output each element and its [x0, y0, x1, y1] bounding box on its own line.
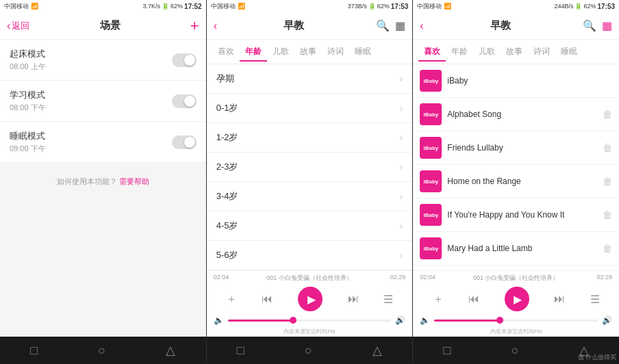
song-item-twinkle[interactable]: iBaby Twinkle Twinkle Little Star 🗑 [413, 265, 619, 270]
screen-title-2: 早教 [217, 19, 370, 32]
back-nav-button-1[interactable]: ○ [84, 338, 119, 363]
list-item[interactable]: 睡眠模式 09:00 下午 [0, 122, 206, 163]
player-bar-2: 02:04 001 小白兔受骗（社会性培养） 02:29 ＋ ⏮ ▶ ⏭ ☰ 🔈 [207, 270, 413, 337]
player-time-left-2: 02:04 [214, 274, 229, 283]
carrier-3: 中国移动 [417, 2, 442, 11]
age-label: 5-6岁 [216, 249, 238, 261]
back-nav-button-2[interactable]: ○ [291, 338, 326, 363]
volume-dot-2[interactable] [290, 317, 296, 324]
tab-sleep-3[interactable]: 睡眠 [555, 42, 583, 62]
recent-nav-button-1[interactable]: △ [152, 337, 189, 363]
song-item-home[interactable]: iBaby Home on the Range 🗑 [413, 165, 619, 198]
player-time-right-3: 02:29 [596, 274, 612, 283]
status-bar-3: 中国移动 📶 244B/s 🔋 62% 17:53 [413, 0, 619, 12]
tab-age-2[interactable]: 年龄 [240, 42, 267, 62]
add-to-list-button-3[interactable]: ＋ [433, 292, 444, 307]
tab-poetry-3[interactable]: 诗词 [528, 42, 555, 62]
search-icon-3[interactable]: 🔍 [583, 19, 596, 32]
volume-track-2[interactable] [228, 320, 392, 322]
category-tabs-3: 喜欢 年龄 儿歌 故事 诗词 睡眠 [413, 40, 619, 64]
grid-icon-3[interactable]: ▦ [602, 19, 612, 32]
item-title: 睡眠模式 [10, 130, 46, 142]
help-link[interactable]: 需要帮助 [119, 177, 149, 185]
song-thumbnail: iBaby [420, 137, 442, 159]
watermark: 值 什么值得买 [578, 353, 617, 362]
back-nav-button-3[interactable]: ○ [498, 338, 533, 363]
delete-icon[interactable]: 🗑 [603, 243, 612, 254]
song-item-alphabet[interactable]: iBaby Alphabet Song 🗑 [413, 98, 619, 131]
play-button-2[interactable]: ▶ [298, 287, 323, 311]
volume-low-icon-2: 🔈 [214, 315, 224, 325]
age-item-1-2[interactable]: 1-2岁 › [207, 123, 413, 153]
battery-icon-2: 🔋 [368, 3, 376, 10]
list-item[interactable]: 起床模式 08:00 上午 [0, 40, 206, 81]
volume-low-icon-3: 🔈 [420, 315, 430, 325]
age-item-0-1[interactable]: 0-1岁 › [207, 94, 413, 123]
age-item-5-6[interactable]: 5-6岁 › [207, 241, 413, 270]
toggle-switch-study[interactable] [172, 94, 197, 108]
age-label: 4-5岁 [216, 220, 238, 232]
playlist-button-3[interactable]: ☰ [590, 293, 600, 306]
age-label: 1-2岁 [216, 131, 238, 144]
delete-icon[interactable]: 🗑 [603, 142, 612, 153]
prev-button-3[interactable]: ⏮ [468, 293, 479, 305]
next-button-2[interactable]: ⏭ [348, 293, 359, 305]
delete-icon[interactable]: 🗑 [603, 209, 612, 220]
prev-button-2[interactable]: ⏮ [262, 293, 273, 305]
tab-stories-3[interactable]: 故事 [501, 42, 528, 62]
volume-track-3[interactable] [434, 320, 598, 322]
tab-sleep-2[interactable]: 睡眠 [349, 42, 377, 62]
delete-icon[interactable]: 🗑 [603, 176, 612, 187]
recent-nav-button-2[interactable]: △ [359, 337, 396, 363]
chevron-icon: › [400, 103, 403, 114]
search-icon[interactable]: 🔍 [376, 19, 390, 32]
age-item-4-5[interactable]: 4-5岁 › [207, 211, 413, 241]
help-text: 如何使用本功能？ 需要帮助 [0, 163, 206, 200]
volume-high-icon-2: 🔊 [395, 315, 405, 325]
carrier-1: 中国移动 [4, 2, 29, 11]
toggle-switch-sleep[interactable] [172, 135, 197, 149]
home-nav-button-2[interactable]: □ [223, 338, 258, 363]
network-speed-1: 3.7K/s [143, 3, 161, 10]
tab-poetry-2[interactable]: 诗词 [322, 42, 349, 62]
add-to-list-button[interactable]: ＋ [226, 292, 237, 307]
home-nav-button-3[interactable]: □ [429, 338, 464, 363]
tab-like-3[interactable]: 喜欢 [418, 42, 446, 62]
chevron-icon: › [400, 132, 403, 143]
age-item-3-4[interactable]: 3-4岁 › [207, 182, 413, 211]
signal-icon-2: 📶 [238, 3, 245, 10]
tab-songs-2[interactable]: 儿歌 [267, 42, 294, 62]
song-item-ibaby[interactable]: iBaby iBaby [413, 64, 619, 98]
tab-stories-2[interactable]: 故事 [294, 42, 322, 62]
song-item-mary[interactable]: iBaby Mary Had a Little Lamb 🗑 [413, 232, 619, 265]
chevron-icon: › [400, 250, 403, 261]
back-button-1[interactable]: ‹ 返回 [7, 20, 29, 32]
playlist-button-2[interactable]: ☰ [383, 293, 393, 306]
list-item[interactable]: 学习模式 08:00 下午 [0, 81, 206, 122]
volume-dot-3[interactable] [496, 317, 503, 324]
category-tabs-2: 喜欢 年龄 儿歌 故事 诗词 睡眠 [207, 40, 413, 64]
battery-icon-3: 🔋 [574, 3, 582, 10]
song-item-happy[interactable]: iBaby If You're Happy and You Know It 🗑 [413, 198, 619, 232]
age-item-2-3[interactable]: 2-3岁 › [207, 153, 413, 182]
age-label: 孕期 [216, 73, 234, 85]
chevron-icon: › [400, 191, 403, 202]
song-title: Alphabet Song [447, 109, 597, 119]
grid-icon[interactable]: ▦ [395, 19, 405, 32]
song-title: iBaby [447, 76, 612, 86]
add-button-1[interactable]: + [190, 17, 199, 35]
delete-icon[interactable]: 🗑 [603, 109, 612, 120]
age-item-pregnancy[interactable]: 孕期 › [207, 64, 413, 94]
volume-fill-2 [228, 320, 293, 322]
toggle-switch-wakeup[interactable] [172, 53, 197, 67]
signal-icon-3: 📶 [444, 3, 451, 10]
volume-high-icon-3: 🔊 [602, 315, 612, 325]
tab-like-2[interactable]: 喜欢 [212, 42, 240, 62]
home-nav-button-1[interactable]: □ [16, 338, 51, 363]
chevron-icon: › [400, 73, 403, 84]
song-item-friends[interactable]: iBaby Friends Lullaby 🗑 [413, 131, 619, 165]
next-button-3[interactable]: ⏭ [554, 293, 565, 305]
play-button-3[interactable]: ▶ [505, 287, 529, 311]
tab-age-3[interactable]: 年龄 [446, 42, 473, 62]
tab-songs-3[interactable]: 儿歌 [473, 42, 501, 62]
